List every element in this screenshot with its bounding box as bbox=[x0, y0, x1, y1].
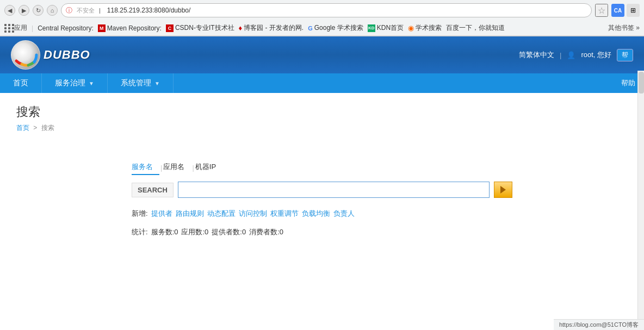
stat-providers: 提供者数:0 bbox=[212, 227, 246, 237]
tab-machine-ip[interactable]: 机器IP bbox=[195, 160, 222, 175]
nav-system-management[interactable]: 系统管理 ▼ bbox=[108, 73, 174, 93]
nav-bar: 首页 服务治理 ▼ 系统管理 ▼ 帮助 bbox=[0, 73, 644, 93]
extension-icon-2[interactable]: ⊞ bbox=[627, 4, 640, 17]
new-link-access[interactable]: 访问控制 bbox=[239, 209, 267, 219]
user-info[interactable]: root, 您好 bbox=[581, 50, 611, 60]
bookmark-academic[interactable]: ◉ 学术搜索 bbox=[408, 23, 442, 33]
insecure-label: 不安全 bbox=[77, 7, 95, 15]
new-link-load-balance[interactable]: 负载均衡 bbox=[302, 209, 330, 219]
bookmark-baidu[interactable]: 百度一下，你就知道 bbox=[446, 23, 505, 33]
tab-service-name[interactable]: 服务名 bbox=[132, 160, 159, 175]
nav-service-management[interactable]: 服务治理 ▼ bbox=[42, 73, 108, 93]
browser-chrome: ◀ ▶ ↻ ⌂ ⓘ 不安全 | 118.25.219.233:8080/dubb… bbox=[0, 0, 644, 36]
nav-service-label: 服务治理 bbox=[55, 78, 85, 88]
help-button[interactable]: 帮 bbox=[617, 49, 633, 61]
header-divider: | bbox=[560, 51, 561, 59]
academic-icon: ◉ bbox=[408, 24, 414, 32]
url-text: 118.25.219.233:8080/dubbo/ bbox=[105, 3, 190, 17]
search-tabs: 服务名 | 应用名 | 机器IP bbox=[132, 160, 512, 175]
google-icon: G bbox=[308, 25, 313, 32]
stat-apps: 应用数:0 bbox=[181, 227, 208, 237]
forward-button[interactable]: ▶ bbox=[18, 5, 29, 16]
address-bar[interactable]: ⓘ 不安全 | 118.25.219.233:8080/dubbo/ bbox=[61, 3, 592, 17]
bookmark-csdn[interactable]: C CSDN-专业IT技术社 bbox=[166, 23, 234, 33]
address-bar-container: ⓘ 不安全 | 118.25.219.233:8080/dubbo/ bbox=[61, 3, 592, 17]
logo-circle bbox=[11, 40, 40, 70]
more-bookmarks-button[interactable]: 其他书签 » bbox=[608, 23, 640, 33]
new-section: 新增: 提供者 路由规则 动态配置 访问控制 权重调节 负载均衡 负责人 bbox=[132, 209, 512, 219]
tab-sep-2: | bbox=[192, 164, 194, 172]
stats-label: 统计: bbox=[132, 227, 148, 237]
dubbo-logo: DUBBO bbox=[11, 40, 90, 70]
lock-icon: ⓘ bbox=[66, 6, 72, 15]
home-button[interactable]: ⌂ bbox=[47, 5, 58, 16]
bookmark-kdn[interactable]: KD KDN首页 bbox=[368, 23, 404, 33]
new-link-provider[interactable]: 提供者 bbox=[151, 209, 172, 219]
page-title: 搜索 bbox=[16, 104, 628, 120]
nav-system-arrow: ▼ bbox=[154, 80, 160, 86]
page-content: 搜索 首页 > 搜索 服务名 | 应用名 | 机器IP SEARCH 新增: 提… bbox=[0, 93, 644, 310]
cnblogs-icon: ♦ bbox=[239, 24, 243, 32]
new-link-owner[interactable]: 负责人 bbox=[333, 209, 355, 219]
search-label: SEARCH bbox=[132, 183, 174, 197]
breadcrumb-home[interactable]: 首页 bbox=[16, 124, 29, 132]
extension-icon-1[interactable]: CA bbox=[611, 4, 624, 17]
stats-section: 统计: 服务数:0 应用数:0 提供者数:0 消费者数:0 bbox=[132, 227, 512, 237]
nav-home[interactable]: 首页 bbox=[0, 73, 42, 93]
bookmark-central-repo[interactable]: Central Repository: bbox=[38, 24, 94, 32]
nav-service-arrow: ▼ bbox=[89, 80, 94, 86]
csdn-icon: C bbox=[166, 24, 174, 32]
maven-icon: M bbox=[98, 24, 106, 32]
scrollbar-thumb[interactable] bbox=[639, 72, 644, 94]
kdn-icon: KD bbox=[368, 24, 375, 32]
toolbar-icons: CA ⊞ bbox=[611, 4, 640, 17]
breadcrumb: 首页 > 搜索 bbox=[16, 123, 628, 133]
new-label: 新增: bbox=[132, 209, 148, 219]
user-icon: 👤 bbox=[567, 51, 575, 59]
search-arrow-icon bbox=[500, 186, 506, 194]
nav-help-label: 帮助 bbox=[621, 78, 635, 88]
reload-button[interactable]: ↻ bbox=[33, 5, 44, 16]
breadcrumb-separator: > bbox=[33, 124, 39, 132]
stat-consumers: 消费者数:0 bbox=[249, 227, 283, 237]
tab-sep-1: | bbox=[160, 164, 162, 172]
apps-button[interactable]: 应用 bbox=[4, 23, 27, 33]
breadcrumb-current: 搜索 bbox=[41, 124, 54, 132]
tab-app-name[interactable]: 应用名 bbox=[163, 160, 191, 175]
search-section: 服务名 | 应用名 | 机器IP SEARCH 新增: 提供者 路由规则 动态配… bbox=[132, 149, 512, 237]
header-right: 简繁体中文 | 👤 root, 您好 帮 bbox=[519, 49, 633, 61]
nav-home-label: 首页 bbox=[13, 78, 28, 88]
new-link-weight[interactable]: 权重调节 bbox=[270, 209, 299, 219]
search-input[interactable] bbox=[178, 182, 490, 198]
search-row: SEARCH bbox=[132, 182, 512, 198]
bookmark-sep-1: | bbox=[32, 24, 33, 32]
bookmark-star-button[interactable]: ☆ bbox=[595, 4, 608, 17]
search-button[interactable] bbox=[494, 182, 512, 198]
new-links: 提供者 路由规则 动态配置 访问控制 权重调节 负载均衡 负责人 bbox=[151, 209, 355, 219]
scrollbar[interactable] bbox=[637, 71, 644, 310]
apps-icon bbox=[4, 24, 13, 33]
bookmarks-bar: 应用 | Central Repository: M Maven Reposit… bbox=[0, 21, 644, 36]
bookmark-cnblogs[interactable]: ♦ 博客园 - 开发者的网. bbox=[239, 23, 304, 33]
separator: | bbox=[99, 7, 101, 14]
new-link-dynamic[interactable]: 动态配置 bbox=[207, 209, 236, 219]
browser-toolbar: ◀ ▶ ↻ ⌂ ⓘ 不安全 | 118.25.219.233:8080/dubb… bbox=[0, 0, 644, 21]
app-header: DUBBO 简繁体中文 | 👤 root, 您好 帮 bbox=[0, 36, 644, 73]
language-selector[interactable]: 简繁体中文 bbox=[519, 50, 554, 60]
apps-label: 应用 bbox=[14, 23, 27, 33]
logo-svg bbox=[11, 40, 40, 70]
bookmark-maven[interactable]: M Maven Repository: bbox=[98, 24, 162, 32]
stat-services: 服务数:0 bbox=[151, 227, 178, 237]
bookmark-google-scholar[interactable]: G Google 学术搜索 bbox=[308, 23, 363, 33]
logo-text: DUBBO bbox=[44, 48, 90, 62]
new-link-route[interactable]: 路由规则 bbox=[176, 209, 204, 219]
back-button[interactable]: ◀ bbox=[4, 5, 15, 16]
nav-system-label: 系统管理 bbox=[121, 78, 151, 88]
